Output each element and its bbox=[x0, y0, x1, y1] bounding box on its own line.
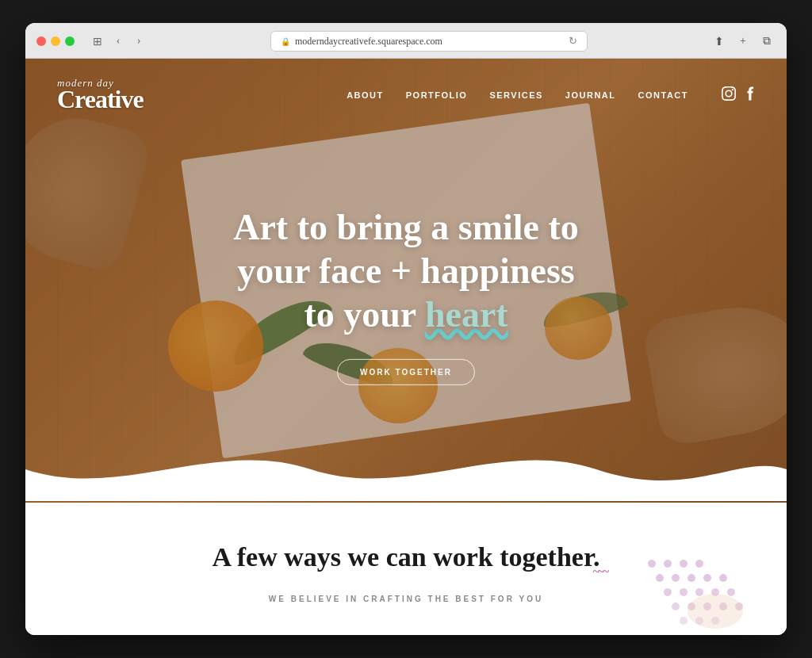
nav-portfolio[interactable]: PORTFOLIO bbox=[406, 90, 468, 100]
hero-section: modern day Creative ABOUT PORTFOLIO SERV… bbox=[25, 59, 787, 503]
svg-point-0 bbox=[648, 560, 656, 568]
svg-point-1 bbox=[664, 560, 672, 568]
logo-bold: Creative bbox=[57, 86, 144, 112]
site-logo[interactable]: modern day Creative bbox=[57, 78, 144, 112]
below-hero-section: A few ways we can work together. WE BELI… bbox=[25, 503, 787, 635]
forward-button[interactable]: › bbox=[130, 33, 147, 50]
hero-heading: Art to bring a smile to your face + happ… bbox=[216, 205, 596, 337]
main-navigation: modern day Creative ABOUT PORTFOLIO SERV… bbox=[25, 59, 787, 131]
new-tab-button[interactable]: + bbox=[734, 33, 752, 50]
social-links bbox=[722, 86, 755, 104]
svg-point-11 bbox=[695, 588, 703, 596]
facebook-link[interactable] bbox=[747, 86, 755, 104]
address-bar[interactable]: 🔒 moderndaycreativefe.squarespace.com ↻ bbox=[270, 31, 588, 52]
svg-point-13 bbox=[727, 588, 735, 596]
share-button[interactable]: ⬆ bbox=[710, 33, 728, 50]
instagram-link[interactable] bbox=[722, 86, 736, 104]
lock-icon: 🔒 bbox=[281, 37, 290, 46]
svg-point-2 bbox=[680, 560, 688, 568]
svg-point-22 bbox=[688, 594, 743, 629]
back-button[interactable]: ‹ bbox=[109, 33, 127, 50]
svg-point-9 bbox=[664, 588, 672, 596]
nav-about[interactable]: ABOUT bbox=[347, 90, 384, 100]
nav-contact[interactable]: CONTACT bbox=[638, 90, 688, 100]
url-text: moderndaycreativefe.squarespace.com bbox=[295, 36, 442, 48]
nav-links: ABOUT PORTFOLIO SERVICES JOURNAL CONTACT bbox=[347, 86, 755, 104]
hero-cta-button[interactable]: WORK TOGETHER bbox=[337, 358, 475, 384]
facebook-icon bbox=[747, 86, 755, 101]
section-heading: A few ways we can work together. bbox=[213, 542, 600, 572]
browser-chrome: ⊞ ‹ › 🔒 moderndaycreativefe.squarespace.… bbox=[25, 23, 787, 59]
traffic-lights bbox=[36, 36, 75, 46]
wave-divider bbox=[25, 438, 787, 503]
maximize-button[interactable] bbox=[65, 36, 75, 46]
tabs-button[interactable]: ⧉ bbox=[758, 33, 776, 50]
hero-heading-line1: Art to bring a smile to bbox=[233, 207, 579, 247]
hero-content: Art to bring a smile to your face + happ… bbox=[216, 205, 596, 385]
svg-point-10 bbox=[680, 588, 688, 596]
browser-actions: ⬆ + ⧉ bbox=[710, 33, 776, 50]
hero-heading-line2: your face + happiness bbox=[237, 251, 574, 291]
svg-point-8 bbox=[719, 574, 727, 582]
svg-point-5 bbox=[672, 574, 680, 582]
svg-point-3 bbox=[695, 560, 703, 568]
dots-svg bbox=[644, 548, 747, 635]
svg-point-4 bbox=[656, 574, 664, 582]
dots-decoration bbox=[644, 548, 739, 627]
nav-journal[interactable]: JOURNAL bbox=[565, 90, 616, 100]
sidebar-toggle-icon[interactable]: ⊞ bbox=[89, 33, 106, 50]
instagram-icon bbox=[722, 86, 736, 101]
browser-navigation: ⊞ ‹ › bbox=[89, 33, 147, 50]
browser-window: ⊞ ‹ › 🔒 moderndaycreativefe.squarespace.… bbox=[25, 23, 787, 635]
hero-heart-word: heart bbox=[425, 294, 508, 335]
close-button[interactable] bbox=[36, 36, 46, 46]
nav-services[interactable]: SERVICES bbox=[489, 90, 542, 100]
hero-heading-line3: to your heart bbox=[304, 294, 508, 335]
reload-icon[interactable]: ↻ bbox=[569, 35, 577, 48]
svg-point-19 bbox=[680, 617, 688, 625]
website-content: modern day Creative ABOUT PORTFOLIO SERV… bbox=[25, 59, 787, 635]
minimize-button[interactable] bbox=[51, 36, 60, 46]
svg-point-14 bbox=[672, 603, 680, 610]
svg-point-6 bbox=[688, 574, 695, 582]
svg-point-7 bbox=[703, 574, 711, 582]
